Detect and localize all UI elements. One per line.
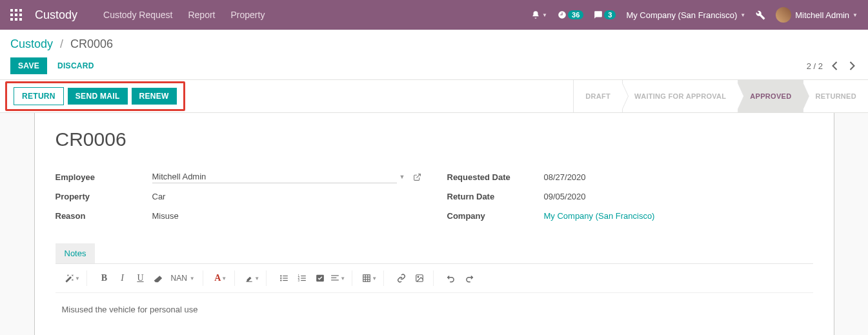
form-sheet-bg: CR0006 Employee ▼ Property Car <box>0 113 868 335</box>
table-icon[interactable]: ▼ <box>361 270 378 286</box>
label-return-date: Return Date <box>447 192 544 201</box>
property-value: Car <box>152 192 421 201</box>
italic-icon[interactable]: I <box>114 270 131 286</box>
bullet-list-icon[interactable] <box>276 270 292 286</box>
editor-toolbar: ▼ B I U NAN▼ A▼ <box>56 264 813 293</box>
label-company: Company <box>447 211 544 221</box>
editor-content[interactable]: Misused the vehicle for personal use <box>56 293 813 326</box>
statusbar-buttons: RETURN SEND MAIL RENEW <box>5 81 185 111</box>
link-icon[interactable] <box>393 270 410 286</box>
messages-badge: 3 <box>604 10 616 19</box>
number-list-icon[interactable]: 123 <box>294 270 310 286</box>
statusbar: RETURN SEND MAIL RENEW DRAFT WAITING FOR… <box>0 80 868 113</box>
svg-rect-24 <box>331 279 339 280</box>
user-name: Mitchell Admin <box>795 10 849 20</box>
eraser-icon[interactable] <box>150 270 167 286</box>
svg-rect-12 <box>283 278 288 278</box>
activities-icon[interactable]: 36 <box>558 10 583 19</box>
svg-rect-0 <box>10 9 13 12</box>
return-date-value: 09/05/2020 <box>544 192 813 201</box>
align-icon[interactable]: ▼ <box>330 270 347 286</box>
external-link-icon[interactable] <box>413 173 421 181</box>
stage-waiting[interactable]: WAITING FOR APPROVAL <box>622 80 738 112</box>
highlight-icon[interactable]: ▼ <box>244 270 261 286</box>
svg-rect-7 <box>15 18 17 21</box>
svg-point-13 <box>280 279 281 281</box>
svg-rect-25 <box>363 275 370 282</box>
navbar: Custody Custody Request Report Property … <box>0 0 868 30</box>
stage-approved[interactable]: APPROVED <box>738 80 803 112</box>
pager-prev-icon[interactable] <box>829 59 840 73</box>
svg-point-9 <box>280 275 281 276</box>
magic-icon[interactable]: ▼ <box>65 270 81 286</box>
svg-rect-4 <box>15 14 17 16</box>
svg-rect-10 <box>283 276 288 276</box>
messages-icon[interactable]: 3 <box>594 10 616 19</box>
stage-draft[interactable]: DRAFT <box>573 80 622 112</box>
company-name: My Company (San Francisco) <box>626 10 737 20</box>
checklist-icon[interactable] <box>312 270 328 286</box>
svg-rect-22 <box>331 275 339 276</box>
underline-icon[interactable]: U <box>132 270 149 286</box>
debug-icon[interactable] <box>756 10 765 20</box>
svg-rect-5 <box>19 14 22 16</box>
pager-text: 2 / 2 <box>807 61 823 71</box>
company-switcher[interactable]: My Company (San Francisco) ▼ <box>626 10 745 20</box>
notebook-tabs: Notes <box>56 243 813 264</box>
label-reason: Reason <box>56 211 152 221</box>
brand[interactable]: Custody <box>35 8 77 22</box>
label-property: Property <box>56 192 152 201</box>
menu-property[interactable]: Property <box>230 10 265 20</box>
redo-icon[interactable] <box>461 270 478 286</box>
form-sheet: CR0006 Employee ▼ Property Car <box>34 113 834 335</box>
svg-rect-6 <box>10 18 13 21</box>
svg-rect-1 <box>15 9 17 12</box>
activity-badge: 36 <box>568 10 583 19</box>
employee-field[interactable] <box>152 170 397 183</box>
pager: 2 / 2 <box>807 59 858 73</box>
svg-rect-14 <box>283 280 288 281</box>
image-icon[interactable] <box>411 270 428 286</box>
status-stages: DRAFT WAITING FOR APPROVAL APPROVED RETU… <box>573 80 868 112</box>
svg-rect-20 <box>301 280 306 281</box>
svg-text:3: 3 <box>298 279 299 282</box>
svg-point-11 <box>280 278 281 279</box>
svg-rect-8 <box>19 18 22 21</box>
reason-value: Misuse <box>152 211 421 221</box>
save-button[interactable]: SAVE <box>10 57 47 74</box>
control-panel: Custody / CR0006 SAVE DISCARD 2 / 2 <box>0 30 868 80</box>
user-menu[interactable]: Mitchell Admin ▼ <box>776 7 858 23</box>
apps-icon[interactable] <box>10 9 22 21</box>
font-color-icon[interactable]: A▼ <box>212 270 229 286</box>
return-button[interactable]: RETURN <box>14 87 64 105</box>
breadcrumb: Custody / CR0006 <box>10 37 858 51</box>
pager-next-icon[interactable] <box>847 59 858 73</box>
menu-report[interactable]: Report <box>188 10 215 20</box>
employee-dropdown-icon[interactable]: ▼ <box>399 174 405 180</box>
company-value[interactable]: My Company (San Francisco) <box>544 211 813 221</box>
avatar <box>776 7 791 23</box>
requested-date-value: 08/27/2020 <box>544 172 813 182</box>
notebook: Notes ▼ B I U NAN▼ <box>56 243 813 326</box>
discard-button[interactable]: DISCARD <box>50 57 102 74</box>
bold-icon[interactable]: B <box>96 270 113 286</box>
notifications-icon[interactable]: ▼ <box>531 10 547 19</box>
breadcrumb-parent[interactable]: Custody <box>10 37 53 50</box>
svg-rect-2 <box>19 9 22 12</box>
menu-custody-request[interactable]: Custody Request <box>103 10 172 20</box>
send-mail-button[interactable]: SEND MAIL <box>68 88 128 105</box>
form-col-left: Employee ▼ Property Car Reason Misus <box>56 170 421 228</box>
renew-button[interactable]: RENEW <box>132 88 177 105</box>
svg-rect-3 <box>10 14 13 16</box>
undo-icon[interactable] <box>443 270 459 286</box>
svg-rect-16 <box>301 276 306 276</box>
svg-rect-18 <box>301 278 306 278</box>
stage-returned[interactable]: RETURNED <box>803 80 868 112</box>
tab-notes[interactable]: Notes <box>56 243 96 263</box>
font-size-select[interactable]: NAN▼ <box>168 274 197 283</box>
form-group: Employee ▼ Property Car Reason Misus <box>56 170 813 228</box>
nav-menu: Custody Request Report Property <box>103 10 265 20</box>
record-title: CR0006 <box>56 128 813 150</box>
label-employee: Employee <box>56 172 152 182</box>
systray: ▼ 36 3 My Company (San Francisco) ▼ Mitc… <box>531 7 858 23</box>
